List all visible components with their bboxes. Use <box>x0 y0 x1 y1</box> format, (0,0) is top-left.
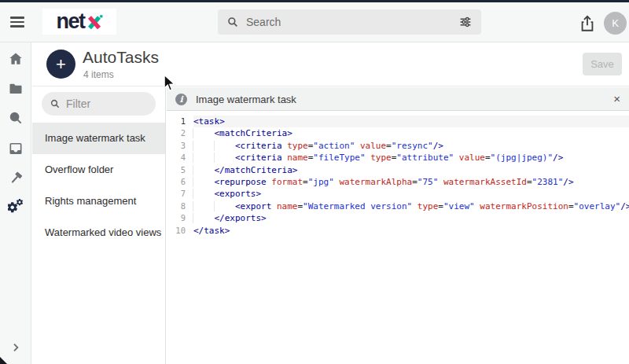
editor-title: Image watermark task <box>196 94 296 105</box>
code-text: </exports> <box>193 212 629 224</box>
sidebar-rail <box>0 42 31 364</box>
filter-input[interactable] <box>66 97 148 110</box>
line-number: 4 <box>167 152 193 164</box>
rail-item-settings[interactable] <box>8 199 24 215</box>
code-line: 5 </matchCriteria> <box>167 164 629 176</box>
rail-item-home[interactable] <box>8 51 24 67</box>
editor-header: i Image watermark task × <box>167 87 629 111</box>
line-number: 7 <box>167 188 193 200</box>
code-line: 2 <matchCriteria> <box>167 127 629 139</box>
line-number: 1 <box>167 116 193 127</box>
code-line: 4 <criteria name="fileType" type="attrib… <box>167 152 629 164</box>
code-text: <repurpose format="jpg" watermarkAlpha="… <box>193 176 629 188</box>
code-line: 1<task> <box>167 116 629 127</box>
logo-trademark <box>100 15 102 17</box>
rail-item-search[interactable] <box>8 110 24 126</box>
code-line: 9 </exports> <box>167 212 629 224</box>
code-text: </matchCriteria> <box>193 164 629 176</box>
task-list: Image watermark taskOverflow folderRight… <box>32 123 165 248</box>
page-header: + AutoTasks 4 items Save <box>32 42 629 86</box>
task-list-item[interactable]: Overflow folder <box>32 154 165 186</box>
line-number: 8 <box>167 200 193 212</box>
code-line: 7 <exports> <box>167 188 629 200</box>
code-text: </task> <box>193 225 629 237</box>
search-input[interactable] <box>246 16 458 28</box>
close-icon[interactable]: × <box>613 92 620 106</box>
search-bar <box>218 9 481 35</box>
line-number: 6 <box>167 176 193 188</box>
code-text: <task> <box>193 116 629 127</box>
task-list-item[interactable]: Image watermark task <box>32 123 165 154</box>
rail-item-tools[interactable] <box>8 171 24 186</box>
task-editor-panel: i Image watermark task × 1<task>2 <match… <box>167 87 629 364</box>
logo-x-icon <box>86 14 103 31</box>
task-list-item[interactable]: Watermarked video views <box>32 217 165 248</box>
top-bar: net K <box>0 2 629 42</box>
save-button[interactable]: Save <box>583 53 622 75</box>
code-line: 10</task> <box>167 225 629 237</box>
task-list-panel: Image watermark taskOverflow folderRight… <box>32 87 166 364</box>
netx-logo[interactable]: net <box>42 9 116 35</box>
info-icon[interactable]: i <box>175 94 187 105</box>
corner-wedge <box>0 357 7 364</box>
upload-icon[interactable] <box>579 14 596 33</box>
logo-text: net <box>57 11 85 32</box>
netx-app-window: net K <box>0 0 629 364</box>
code-line: 3 <criteria type="action" value="resync"… <box>167 140 629 152</box>
line-number: 10 <box>167 225 193 237</box>
code-editor[interactable]: 1<task>2 <matchCriteria>3 <criteria type… <box>167 112 629 364</box>
code-text: <criteria type="action" value="resync"/> <box>193 140 629 152</box>
search-icon <box>226 16 239 28</box>
rail-item-inbox[interactable] <box>8 141 24 156</box>
filter-search-icon <box>50 98 61 109</box>
line-number: 2 <box>167 127 193 139</box>
code-text: <exports> <box>193 188 629 200</box>
line-number: 5 <box>167 164 193 176</box>
task-list-item[interactable]: Rights management <box>32 186 165 217</box>
avatar-initial: K <box>612 17 619 29</box>
line-number: 3 <box>167 140 193 152</box>
code-text: <criteria name="fileType" type="attribut… <box>193 152 629 164</box>
code-text: <export name="Watermarked version" type=… <box>193 200 629 212</box>
code-line: 6 <repurpose format="jpg" watermarkAlpha… <box>167 176 629 188</box>
filter-box <box>42 92 156 116</box>
code-line: 8 <export name="Watermarked version" typ… <box>167 200 629 212</box>
page-title: AutoTasks <box>83 48 159 67</box>
line-number: 9 <box>167 212 193 224</box>
menu-icon[interactable] <box>10 17 24 28</box>
rail-item-folders[interactable] <box>8 81 24 97</box>
user-avatar[interactable]: K <box>604 12 627 35</box>
item-count: 4 items <box>83 69 114 80</box>
code-text: <matchCriteria> <box>193 127 629 139</box>
filter-sliders-icon[interactable] <box>458 15 473 29</box>
expand-sidebar-chevron-icon[interactable] <box>9 341 22 354</box>
add-task-button[interactable]: + <box>46 50 75 79</box>
